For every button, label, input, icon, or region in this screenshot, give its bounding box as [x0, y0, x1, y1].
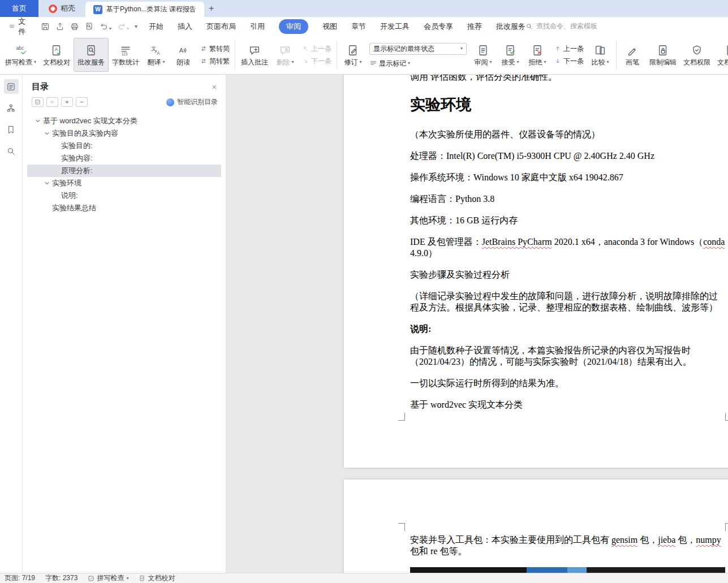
title-bar: 首页 稻壳 W 基于Python...类算法 课程报告 +	[0, 0, 728, 17]
toc-item[interactable]: 实验结果总结	[27, 202, 221, 214]
comment-delete-icon	[279, 44, 291, 57]
translate-button[interactable]: 翻译▾	[143, 38, 170, 72]
toc-toolbar: + − 智能识别目录	[23, 93, 226, 108]
toc-item[interactable]: 实验目的:	[27, 140, 221, 152]
delete-comment-button[interactable]: 删除▾	[272, 38, 299, 72]
statusbar-doc-proofread[interactable]: 文档校对	[139, 573, 175, 583]
toc-item[interactable]: 实验目的及实验内容	[27, 127, 221, 140]
paragraph: 编程语言：Python 3.8	[410, 193, 725, 205]
home-tab[interactable]: 首页	[0, 0, 38, 17]
toc-item[interactable]: 说明:	[27, 189, 221, 202]
paragraph: 处理器：Intel(R) Core(TM) i5-9300H CPU @ 2.4…	[410, 150, 725, 162]
check-square-icon	[35, 99, 41, 105]
doc-auth-button[interactable]: 文档认证	[714, 38, 728, 72]
toc-item[interactable]: 实验内容:	[27, 152, 221, 165]
paragraph: 调用 评估函数，评估分类的准确性。	[410, 75, 725, 83]
statusbar-spell-check[interactable]: 拼写检查 ▾	[88, 573, 128, 583]
menu-tab-recommend[interactable]: 推荐	[467, 21, 482, 32]
trad-to-simp-button[interactable]: 繁转简	[200, 45, 230, 53]
undo-button[interactable]: ▾	[100, 22, 111, 31]
redo-button[interactable]: ▾	[117, 22, 129, 31]
track-changes-button[interactable]: 修订▾	[339, 38, 367, 72]
chevron-down-icon[interactable]	[44, 131, 50, 136]
print-button[interactable]	[70, 22, 79, 31]
section-heading: 实验环境	[410, 95, 725, 114]
customize-quick-access-caret[interactable]: ▾	[135, 24, 137, 29]
menu-tab-page-layout[interactable]: 页面布局	[206, 21, 236, 32]
correction-service-button[interactable]: 批改服务	[74, 38, 109, 72]
prev-change-button[interactable]: 上一条	[554, 45, 584, 53]
smart-recognize-toc-button[interactable]: 智能识别目录	[166, 97, 218, 107]
word-count-indicator[interactable]: 字数: 2373	[45, 573, 77, 583]
command-search[interactable]: 查找命令、搜索模板	[525, 21, 597, 31]
file-menu-button[interactable]: 文件	[6, 16, 32, 37]
spell-check-button[interactable]: 拼写检查▾	[2, 38, 40, 72]
document-tab[interactable]: W 基于Python...类算法 课程报告	[85, 2, 204, 17]
doc-proofread-icon	[50, 44, 63, 57]
print-preview-button[interactable]	[85, 22, 94, 31]
bookmark-panel-button[interactable]	[4, 122, 19, 137]
save-button[interactable]	[41, 22, 50, 31]
accept-button[interactable]: 接受▾	[497, 38, 524, 72]
reject-button[interactable]: 拒绝▾	[524, 38, 551, 72]
word-count-button[interactable]: 字数统计	[109, 38, 143, 72]
export-button[interactable]	[55, 22, 64, 31]
pen-icon	[626, 44, 639, 57]
search-panel-button[interactable]	[4, 144, 19, 158]
restrict-edit-button[interactable]: 限制编辑	[646, 38, 680, 72]
prev-comment-button[interactable]: 上一条	[301, 45, 331, 53]
document-canvas[interactable]: 调用 评估函数，评估分类的准确性。 实验环境 （本次实验所使用的器件、仪器设备等…	[226, 75, 728, 573]
paragraph: 其他环境：16 GB 运行内存	[410, 215, 725, 226]
translate-icon	[150, 44, 162, 57]
bookmark-icon	[6, 125, 16, 135]
structure-panel-button[interactable]	[4, 101, 19, 115]
review-ribbon: 拼写检查▾ 文档校对 批改服务 字数统计 翻译▾ 朗读 繁转简	[0, 36, 728, 75]
menu-tab-member[interactable]: 会员专享	[424, 21, 453, 32]
spell-check-icon	[15, 44, 27, 57]
close-icon[interactable]: ×	[212, 82, 217, 92]
show-markup-button[interactable]: 显示标记▾	[369, 59, 467, 67]
toc-expand-button[interactable]: +	[61, 97, 73, 107]
toc-item[interactable]: 实验环境	[27, 177, 221, 189]
menu-tab-review[interactable]: 审阅	[279, 19, 308, 34]
new-tab-button[interactable]: +	[204, 0, 219, 17]
export-icon	[55, 22, 64, 31]
menu-tab-dev-tools[interactable]: 开发工具	[380, 21, 410, 32]
review-button[interactable]: 审阅▾	[469, 38, 497, 72]
pen-button[interactable]: 画笔	[619, 38, 646, 72]
next-change-button[interactable]: 下一条	[554, 57, 584, 65]
menu-tab-references[interactable]: 引用	[250, 21, 265, 32]
toc-collapse-all-button[interactable]	[46, 97, 58, 107]
toc-item[interactable]: 基于 word2vec 实现文本分类	[27, 115, 221, 127]
doc-permission-button[interactable]: 文档权限	[680, 38, 714, 72]
chevron-down-icon[interactable]	[44, 180, 50, 186]
toc-collapse-button[interactable]: −	[76, 97, 88, 107]
read-aloud-button[interactable]: 朗读	[170, 38, 197, 72]
doc-proofread-button[interactable]: 文档校对	[40, 38, 74, 72]
chevron-down-icon[interactable]	[35, 118, 41, 124]
menu-tab-section[interactable]: 章节	[351, 21, 366, 32]
next-comment-button[interactable]: 下一条	[301, 57, 331, 65]
toc-item-selected[interactable]: 原理分析:	[27, 165, 221, 177]
docer-tab[interactable]: 稻壳	[38, 0, 85, 17]
word-count-icon	[119, 44, 132, 57]
paragraph: 一切以实际运行时所得到的结果为准。	[410, 378, 725, 389]
spellcheck-underlined-text: conda	[703, 237, 725, 247]
toc-tree: 基于 word2vec 实现文本分类 实验目的及实验内容 实验目的: 实验内容:…	[23, 115, 226, 214]
search-icon	[6, 146, 16, 156]
correction-service-icon	[85, 44, 97, 57]
menu-tab-correction-service[interactable]: 批改服务	[496, 21, 525, 32]
read-aloud-icon	[177, 44, 189, 57]
menu-tab-insert[interactable]: 插入	[178, 21, 192, 32]
toc-select-all-button[interactable]	[32, 97, 44, 107]
menu-tab-start[interactable]: 开始	[149, 21, 163, 32]
compare-button[interactable]: 比较▾	[587, 38, 614, 72]
markup-state-dropdown[interactable]: 显示标记的最终状态▾	[369, 43, 467, 55]
simp-to-trad-button[interactable]: 简转繁	[200, 57, 230, 65]
outline-panel-button[interactable]	[4, 79, 19, 94]
insert-comment-button[interactable]: 插入批注	[238, 38, 272, 72]
margin-corner-mark	[725, 413, 728, 421]
menu-tab-view[interactable]: 视图	[322, 21, 337, 32]
comment-nav-group: 上一条 下一条	[299, 38, 334, 72]
review-doc-icon	[477, 44, 489, 57]
